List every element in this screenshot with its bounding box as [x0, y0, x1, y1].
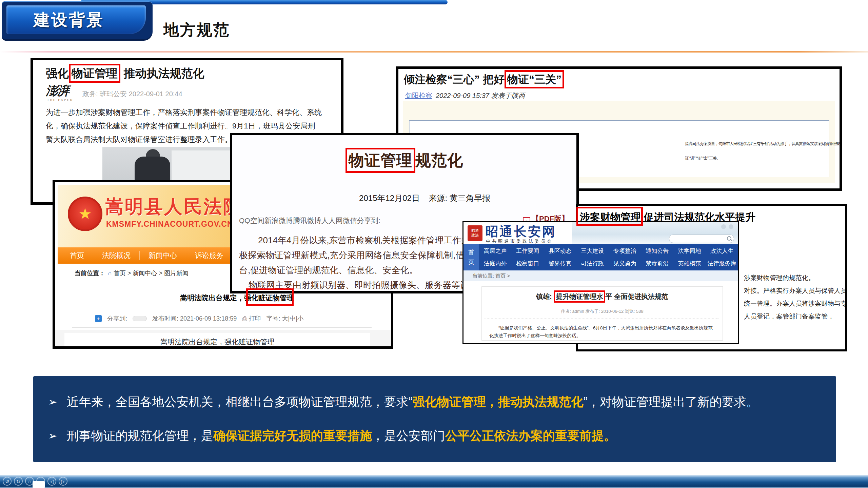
bullet-text: 刑事物证的规范化管理，是确保证据完好无损的重要措施，是公安部门公平公正依法办案的…	[67, 428, 616, 444]
article-meta: 政务: 班玛公安 2022-09-01 20:44	[82, 89, 182, 99]
header-mini-icon[interactable]	[729, 224, 733, 229]
nav-item-litigation[interactable]: 诉讼服务	[195, 251, 233, 260]
breadcrumb-path[interactable]: 首页 > 新闻中心 > 图片新闻	[114, 270, 189, 277]
article-body: 涉案财物管理的规范化。 对接。严格实行办案人员与保管人员 统一管理。办案人员将涉…	[744, 271, 847, 323]
bullet-arrow-icon: ➢	[48, 394, 57, 410]
breadcrumb[interactable]: 当前位置: 首页 >	[463, 270, 738, 281]
nav-column[interactable]: 县区动态警界传真	[544, 244, 576, 270]
nav-column[interactable]: 政法人生法律服务库	[706, 244, 738, 270]
article-box: 镇雄: 提升物证管理水平 全面促进执法规范 作者: admin 发布于: 201…	[481, 286, 723, 341]
gradient-divider	[0, 51, 868, 53]
footer-bar: ↺ ↻ ⌂ ⌕ ◁ ▷	[0, 475, 868, 488]
body-line: 对接。严格实行办案人员与保管人员	[744, 284, 847, 297]
home-icon: ⌂	[108, 270, 112, 277]
publish-time: 发布时间: 2021-06-09 13:18:59	[152, 314, 237, 323]
body-line: 涉案财物管理的规范化。	[744, 271, 847, 284]
article-meta: 旬阳检察2022-09-09 15:37 发表于陕西	[405, 91, 525, 100]
body-line: 人员登记，案管部门备案监管，	[744, 310, 847, 323]
article-body: 提高司法办案质量，旬阳市人民检察院以“三有争创”活动为抓手，认真贯彻落实涉案财物…	[685, 137, 842, 166]
body-line: 化，确保执法规范化建设，保障案件侦查工作顺利进行。9月1日，班玛县公安局刑	[46, 119, 322, 133]
share-icon[interactable]: +	[95, 315, 102, 322]
highlight-box-wuzhengguanli: 物证管理	[69, 64, 120, 83]
article-meta: 2015年12月02日 来源: 黄三角早报	[253, 193, 579, 204]
nav-item-overview[interactable]: 法院概况	[102, 251, 140, 260]
nav-column[interactable]: 通知公告禁毒前沿	[641, 244, 674, 270]
penpai-logo: 澎湃	[46, 85, 69, 97]
print-button[interactable]: ⎙ 打印	[242, 314, 261, 323]
national-emblem-icon: ★	[68, 197, 102, 231]
body-line: 2014年4月份以来,东营市检察机关根据案件管理工作规	[239, 233, 491, 248]
nav-column[interactable]: 三大建设司法行政	[576, 244, 609, 270]
highlight-box-tisheng-wuzheng: 提升物证管理水	[554, 290, 605, 303]
body-line: 证 “进” “转” “出” 三关。	[685, 151, 842, 166]
summary-bullet-1: ➢ 近年来，全国各地公安机关，相继出台多项物证管理规范，要求“强化物证管理，推动…	[48, 394, 758, 410]
dotted-divider	[485, 319, 719, 319]
nav-item-home[interactable]: 首页	[70, 251, 93, 260]
share-counter	[133, 316, 147, 321]
highlight-box-zangzhengwu	[246, 288, 294, 306]
highlight-text: 强化物证管理，推动执法规范化	[413, 395, 584, 409]
article-serif-heading: 嵩明法院出台规定，强化赃证物管理	[64, 333, 370, 349]
next-icon[interactable]: ▷	[59, 477, 67, 486]
bullet-arrow-icon: ➢	[48, 428, 57, 444]
court-url: KMSMFY.CHINACOURT.GOV.CN	[106, 220, 233, 229]
body-line: 极探索物证管理新模式,充分采用网络信息安全保障机制,借助物联	[239, 248, 491, 263]
search-input[interactable]	[669, 235, 734, 243]
nav-item-home[interactable]: 首 页	[463, 244, 479, 270]
article-title: 强化物证管理 推动执法规范化	[46, 66, 204, 81]
body-line: 为进一步加强涉案财物管理工作，严格落实刑事案件物证管理规范化、科学化、系统	[46, 106, 322, 119]
highlight-box-shean-caiwu	[576, 207, 643, 226]
body-line: 统一管理。办案人员将涉案财物与专	[744, 297, 847, 310]
publish-date: 2022-09-09 15:37 发表于陕西	[436, 92, 525, 99]
site-name: 昭通长安网	[485, 223, 556, 240]
prev-icon[interactable]: ◁	[47, 477, 56, 486]
source-label: 来源: 黄三角早报	[429, 194, 490, 203]
nav-column[interactable]: 工作要闻检察窗口	[512, 244, 544, 270]
section-badge: 建设背景	[2, 1, 153, 39]
article-title: 物证管理规范化	[232, 150, 576, 171]
breadcrumb: 当前位置：⌂首页 > 新闻中心 > 图片新闻	[75, 269, 189, 277]
nav-column[interactable]: 专项整治见义勇为	[609, 244, 641, 270]
summary-panel: ➢ 近年来，全国各地公安机关，相继出台多项物证管理规范，要求“强化物证管理，推动…	[33, 376, 836, 462]
divider-line	[72, 327, 372, 328]
undo-icon[interactable]: ↺	[3, 477, 12, 486]
article-toolbar: + 分享到: 发布时间: 2021-06-09 13:18:59 ⎙ 打印 字号…	[95, 314, 303, 323]
section-badge-label: 建设背景	[34, 9, 104, 31]
source-link[interactable]: 旬阳检察	[405, 92, 432, 99]
article-body: “证据是我们严格、公正、文明执法的生命线”。6月8日下午，大湾派出所所长郑冰在向…	[482, 321, 723, 342]
page-title: 地方规范	[163, 20, 230, 41]
publish-date: 2015年12月02日	[359, 194, 420, 203]
redo-icon[interactable]: ↻	[14, 477, 23, 486]
highlight-box-wuzheng-sanguan: 物证“三关”	[505, 70, 564, 88]
article-meta: 作者: admin 发布于: 2010-06-12 浏览: 538	[482, 308, 723, 314]
court-name: 嵩明县人民法院	[105, 195, 243, 219]
fontsize-switcher[interactable]: 字号: 大|中|小	[267, 314, 303, 323]
share-label: 分享到:	[107, 314, 127, 323]
search-icon[interactable]	[727, 236, 731, 241]
bullet-text: 近年来，全国各地公安机关，相继出台多项物证管理规范，要求“强化物证管理，推动执法…	[67, 394, 758, 410]
share-bar[interactable]: QQ空间新浪微博腾讯微博人人网微信分享到:	[239, 216, 380, 225]
footer-notch	[33, 481, 45, 488]
highlight-box-wuzhengguanli: 物证管理	[346, 148, 415, 173]
article-title: 镇雄: 提升物证管理水平 全面促进执法规范	[482, 292, 723, 301]
section-badge-panel: 建设背景	[6, 5, 146, 34]
body-line: 提高司法办案质量，旬阳市人民检察院以“三有争创”活动为抓手，认真贯彻落实涉案财物…	[685, 137, 842, 151]
site-seal-icon: 昭通 政法	[468, 225, 482, 241]
breadcrumb-label: 当前位置：	[75, 270, 105, 277]
summary-bullet-2: ➢ 刑事物证的规范化管理，是确保证据完好无损的重要措施，是公安部门公平公正依法办…	[48, 428, 616, 444]
article-title: 倾注检察“三心” 把好物证“三关”	[404, 72, 564, 87]
penpai-logo-subtext: THE PAPER	[47, 98, 73, 102]
nav-column[interactable]: 法学园地英雄模范	[673, 244, 706, 270]
slide-canvas: 建设背景 地方规范 强化物证管理 推动执法规范化 澎湃 THE PAPER 政务…	[0, 0, 868, 488]
highlight-text: 公平公正依法办案的重要前提。	[445, 429, 616, 443]
header-mini-icon[interactable]	[721, 224, 726, 229]
nav-column[interactable]: 高层之声法庭内外	[479, 244, 512, 270]
nav-columns: 高层之声法庭内外 工作要闻检察窗口 县区动态警界传真 三大建设司法行政 专项整治…	[479, 244, 738, 270]
site-nav: 首 页 高层之声法庭内外 工作要闻检察窗口 县区动态警界传真 三大建设司法行政 …	[463, 244, 738, 270]
highlight-text: 确保证据完好无损的重要措施	[213, 429, 372, 443]
body-line: 台,促进物证管理的规范化、信息化、安全化。	[239, 263, 491, 278]
screenshot-card-zhaotong-changanwang: 昭通 政法 昭通长安网 中共昭通市委政法委员会 首 页 高层之声法庭内外 工作要…	[462, 221, 739, 344]
nav-item-news[interactable]: 新闻中心	[149, 251, 186, 260]
site-subtitle: 中共昭通市委政法委员会	[486, 238, 553, 244]
article-body: 2014年4月份以来,东营市检察机关根据案件管理工作规 极探索物证管理新模式,充…	[239, 233, 491, 292]
